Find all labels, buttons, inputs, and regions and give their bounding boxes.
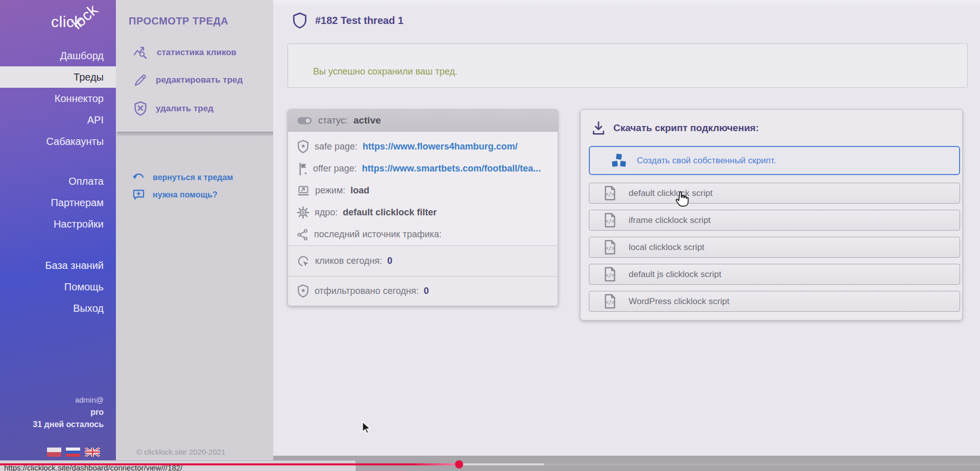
- click-icon: [297, 255, 310, 268]
- user-info: admin@ pro 31 дней осталось: [33, 394, 104, 431]
- svg-text:</>: </>: [605, 191, 614, 197]
- script-button-iframe[interactable]: </> iframe clicklock script: [589, 210, 960, 231]
- row-label: последний источник трафика:: [314, 229, 442, 240]
- status-label: статус:: [318, 115, 348, 126]
- gear-icon: [297, 206, 309, 219]
- browser-status-url-tooltip: https://clicklock.site/dashboard/connect…: [0, 460, 356, 471]
- cubes-icon: [610, 153, 628, 169]
- script-button-default-js[interactable]: </> default js clicklock script: [589, 264, 960, 285]
- row-label: safe page:: [315, 141, 357, 152]
- sidebar-item-logout[interactable]: Выход: [0, 298, 116, 319]
- toggle-icon[interactable]: [297, 116, 313, 125]
- menu-item-label: статистика кликов: [157, 47, 236, 58]
- language-switcher: [47, 448, 100, 457]
- status-row-offer-page: offer page: https://www.smartbets.com/fo…: [288, 158, 558, 180]
- code-file-icon: </>: [604, 267, 616, 282]
- sidebar-item-dashboard[interactable]: Дашборд: [0, 45, 116, 66]
- menu-link-need-help[interactable]: нужна помощь?: [132, 188, 218, 202]
- stats-search-icon: [133, 45, 149, 60]
- script-button-label: WordPress clicklock script: [629, 296, 729, 307]
- filtered-today-row: ★ отфильтровано сегодня: 0: [288, 276, 558, 306]
- script-button-label: local clicklock script: [629, 242, 704, 253]
- create-own-script-button[interactable]: Создать свой собственный скрипт.: [589, 146, 960, 175]
- sidebar: click lock Дашборд Треды Коннектор API С…: [0, 0, 116, 463]
- offer-page-link[interactable]: https://www.smartbets.com/football/tea..…: [362, 163, 541, 174]
- shield-x-icon: [133, 101, 148, 116]
- sidebar-item-settings[interactable]: Настройки: [0, 213, 116, 235]
- video-progress-remaining[interactable]: [544, 463, 980, 465]
- page-title: #182 Test thread 1: [315, 15, 403, 27]
- sidebar-item-connector[interactable]: Коннектор: [0, 88, 116, 109]
- svg-text:★: ★: [300, 143, 305, 149]
- russia-flag[interactable]: [66, 448, 80, 457]
- code-file-icon: </>: [604, 186, 616, 201]
- svg-text:</>: </>: [605, 300, 614, 305]
- menu-link-back-to-threads[interactable]: вернуться к тредам: [132, 171, 233, 184]
- shield-star-icon: ★: [297, 284, 309, 298]
- flag-icon: [297, 162, 308, 176]
- menu-item-label: удалить тред: [156, 104, 213, 114]
- script-button-default[interactable]: </> default clicklock script: [589, 183, 960, 204]
- script-button-wordpress[interactable]: </> WordPress clicklock script: [589, 291, 960, 312]
- clicklock-logo[interactable]: click lock: [0, 0, 116, 45]
- row-label: ядро:: [315, 207, 338, 218]
- download-card-title: Скачать скрипт подключения:: [613, 122, 759, 134]
- video-progress-buffered[interactable]: [459, 463, 544, 465]
- thread-menu-panel: ПРОСМОТР ТРЕДА статистика кликов редакти…: [116, 0, 273, 463]
- sidebar-item-knowledge-base[interactable]: База знаний: [0, 255, 116, 276]
- user-email: admin@: [33, 394, 104, 406]
- main-content: #182 Test thread 1 Вы успешно сохранили …: [273, 0, 980, 456]
- download-script-card: Скачать скрипт подключения: Создать свой…: [580, 109, 963, 320]
- pencil-icon: [133, 73, 148, 87]
- menu-section-shadow: [117, 132, 273, 137]
- script-button-label: default js clicklock script: [629, 269, 721, 280]
- counter-label: отфильтровано сегодня:: [315, 286, 419, 296]
- sidebar-item-api[interactable]: API: [0, 109, 116, 131]
- page-header: #182 Test thread 1: [293, 12, 403, 29]
- undo-icon: [132, 172, 146, 183]
- video-progress-played[interactable]: [0, 463, 459, 465]
- create-own-script-label: Создать свой собственный скрипт.: [637, 156, 776, 166]
- laptop-arrow-icon: [297, 185, 310, 196]
- download-icon: [592, 121, 605, 135]
- user-plan: pro: [33, 406, 104, 418]
- sidebar-item-partners[interactable]: Партнерам: [0, 192, 116, 213]
- svg-text:</>: </>: [605, 272, 614, 278]
- sidebar-item-threads[interactable]: Треды: [0, 66, 116, 88]
- script-button-local[interactable]: </> local clicklock script: [589, 237, 960, 258]
- svg-text:</>: </>: [605, 245, 614, 251]
- menu-link-label: нужна помощь?: [153, 190, 218, 200]
- clicks-today-row: кликов сегодня: 0: [288, 245, 558, 276]
- menu-title: ПРОСМОТР ТРЕДА: [129, 15, 228, 27]
- user-days-left: 31 дней осталось: [33, 418, 104, 431]
- status-row-core: ядро: default clicklock filter: [288, 202, 558, 224]
- success-alert: Вы успешно сохранили ваш тред.: [288, 43, 968, 88]
- shield-star-icon: ★: [297, 140, 309, 154]
- sidebar-item-payment[interactable]: Оплата: [0, 170, 116, 192]
- video-playhead-dot[interactable]: [455, 460, 463, 468]
- status-row-last-traffic-source: последний источник трафика:: [288, 224, 558, 245]
- menu-item-click-stats[interactable]: статистика кликов: [133, 45, 236, 60]
- code-file-icon: </>: [604, 294, 616, 309]
- shield-icon: [293, 12, 307, 29]
- poland-flag[interactable]: [47, 448, 61, 457]
- mode-value: load: [350, 185, 369, 196]
- core-value: default clicklock filter: [343, 207, 437, 218]
- sidebar-item-help[interactable]: Помощь: [0, 276, 116, 298]
- menu-item-label: редактировать тред: [156, 75, 243, 85]
- uk-flag[interactable]: [85, 448, 100, 457]
- row-label: offer page:: [313, 163, 357, 174]
- status-row-mode: режим: load: [288, 180, 558, 202]
- counter-label: кликов сегодня:: [315, 256, 382, 266]
- menu-item-delete-thread[interactable]: удалить тред: [133, 101, 213, 116]
- share-icon: [297, 229, 309, 241]
- status-value: active: [353, 115, 381, 126]
- safe-page-link[interactable]: https://www.flowers4hamburg.com/: [363, 141, 517, 152]
- menu-item-edit-thread[interactable]: редактировать тред: [133, 72, 243, 88]
- script-button-label: iframe clicklock script: [629, 215, 711, 226]
- copyright: © clicklock.site 2020-2021: [136, 448, 225, 456]
- filtered-today-value: 0: [424, 286, 429, 296]
- clicks-today-value: 0: [387, 256, 392, 266]
- svg-text:</>: </>: [605, 218, 614, 224]
- sidebar-item-subaccounts[interactable]: Сабакаунты: [0, 131, 116, 152]
